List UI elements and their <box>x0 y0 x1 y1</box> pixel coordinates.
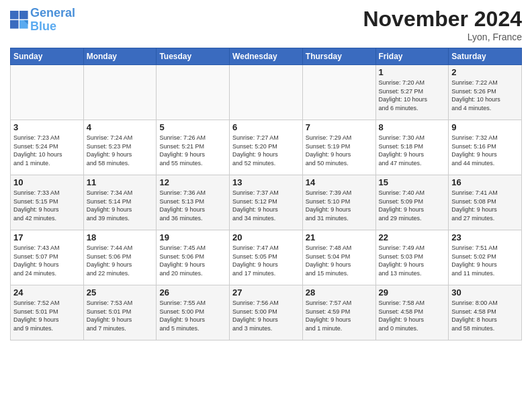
day-info: Sunrise: 7:22 AM Sunset: 5:26 PM Dayligh… <box>451 79 519 112</box>
day-number: 1 <box>379 67 446 77</box>
day-number: 25 <box>87 287 154 298</box>
calendar-cell: 24Sunrise: 7:52 AM Sunset: 5:01 PM Dayli… <box>11 285 84 340</box>
day-number: 29 <box>379 287 446 298</box>
calendar-cell: 15Sunrise: 7:40 AM Sunset: 5:09 PM Dayli… <box>375 175 449 230</box>
day-number: 18 <box>87 232 154 242</box>
calendar-cell: 20Sunrise: 7:47 AM Sunset: 5:05 PM Dayli… <box>230 230 303 285</box>
day-number: 6 <box>232 122 300 132</box>
day-number: 4 <box>87 122 154 132</box>
calendar-cell: 10Sunrise: 7:33 AM Sunset: 5:15 PM Dayli… <box>11 175 84 230</box>
day-number: 15 <box>379 177 446 187</box>
day-number: 19 <box>159 232 226 242</box>
calendar-cell: 4Sunrise: 7:24 AM Sunset: 5:23 PM Daylig… <box>83 120 157 175</box>
day-info: Sunrise: 7:37 AM Sunset: 5:12 PM Dayligh… <box>232 189 300 222</box>
day-info: Sunrise: 7:47 AM Sunset: 5:05 PM Dayligh… <box>232 244 300 277</box>
svg-rect-0 <box>10 11 19 19</box>
month-title: November 2024 <box>363 7 522 32</box>
day-info: Sunrise: 7:57 AM Sunset: 4:59 PM Dayligh… <box>306 299 373 332</box>
day-info: Sunrise: 7:20 AM Sunset: 5:27 PM Dayligh… <box>379 79 446 112</box>
logo: General Blue <box>10 7 75 34</box>
day-number: 27 <box>232 287 300 298</box>
calendar-cell: 11Sunrise: 7:34 AM Sunset: 5:14 PM Dayli… <box>83 175 157 230</box>
day-info: Sunrise: 7:29 AM Sunset: 5:19 PM Dayligh… <box>306 134 373 167</box>
logo-text: General Blue <box>30 7 75 34</box>
calendar-cell <box>302 65 375 120</box>
day-number: 11 <box>87 177 154 187</box>
day-number: 2 <box>451 67 519 77</box>
title-area: November 2024 Lyon, France <box>363 7 522 42</box>
calendar-cell: 18Sunrise: 7:44 AM Sunset: 5:06 PM Dayli… <box>83 230 157 285</box>
day-info: Sunrise: 7:39 AM Sunset: 5:10 PM Dayligh… <box>306 189 373 222</box>
day-info: Sunrise: 8:00 AM Sunset: 4:58 PM Dayligh… <box>451 299 519 332</box>
calendar-week-2: 10Sunrise: 7:33 AM Sunset: 5:15 PM Dayli… <box>11 175 522 230</box>
day-info: Sunrise: 7:32 AM Sunset: 5:16 PM Dayligh… <box>451 134 519 167</box>
calendar-week-3: 17Sunrise: 7:43 AM Sunset: 5:07 PM Dayli… <box>11 230 522 285</box>
day-number: 17 <box>13 232 81 242</box>
calendar-cell: 6Sunrise: 7:27 AM Sunset: 5:20 PM Daylig… <box>230 120 303 175</box>
calendar-cell <box>83 65 157 120</box>
day-info: Sunrise: 7:26 AM Sunset: 5:21 PM Dayligh… <box>159 134 226 167</box>
calendar-week-0: 1Sunrise: 7:20 AM Sunset: 5:27 PM Daylig… <box>11 65 522 120</box>
calendar-cell: 21Sunrise: 7:48 AM Sunset: 5:04 PM Dayli… <box>302 230 375 285</box>
col-tuesday: Tuesday <box>157 48 230 65</box>
day-info: Sunrise: 7:52 AM Sunset: 5:01 PM Dayligh… <box>13 299 81 332</box>
day-info: Sunrise: 7:56 AM Sunset: 5:00 PM Dayligh… <box>232 299 300 332</box>
day-info: Sunrise: 7:44 AM Sunset: 5:06 PM Dayligh… <box>87 244 154 277</box>
col-thursday: Thursday <box>302 48 375 65</box>
svg-rect-1 <box>19 11 28 19</box>
day-info: Sunrise: 7:41 AM Sunset: 5:08 PM Dayligh… <box>451 189 519 222</box>
day-info: Sunrise: 7:24 AM Sunset: 5:23 PM Dayligh… <box>87 134 154 167</box>
day-info: Sunrise: 7:27 AM Sunset: 5:20 PM Dayligh… <box>232 134 300 167</box>
day-info: Sunrise: 7:40 AM Sunset: 5:09 PM Dayligh… <box>379 189 446 222</box>
calendar-cell: 1Sunrise: 7:20 AM Sunset: 5:27 PM Daylig… <box>375 65 449 120</box>
day-number: 22 <box>379 232 446 242</box>
day-number: 14 <box>306 177 373 187</box>
calendar-cell: 5Sunrise: 7:26 AM Sunset: 5:21 PM Daylig… <box>157 120 230 175</box>
calendar: Sunday Monday Tuesday Wednesday Thursday… <box>10 48 522 340</box>
calendar-cell: 2Sunrise: 7:22 AM Sunset: 5:26 PM Daylig… <box>449 65 522 120</box>
calendar-cell: 17Sunrise: 7:43 AM Sunset: 5:07 PM Dayli… <box>11 230 84 285</box>
day-number: 8 <box>379 122 446 132</box>
day-info: Sunrise: 7:53 AM Sunset: 5:01 PM Dayligh… <box>87 299 154 332</box>
day-number: 12 <box>159 177 226 187</box>
day-info: Sunrise: 7:49 AM Sunset: 5:03 PM Dayligh… <box>379 244 446 277</box>
day-info: Sunrise: 7:51 AM Sunset: 5:02 PM Dayligh… <box>451 244 519 277</box>
day-number: 10 <box>13 177 81 187</box>
col-friday: Friday <box>375 48 449 65</box>
page-header: General Blue November 2024 Lyon, France <box>10 7 522 42</box>
calendar-header-row: Sunday Monday Tuesday Wednesday Thursday… <box>11 48 522 65</box>
calendar-cell: 27Sunrise: 7:56 AM Sunset: 5:00 PM Dayli… <box>230 285 303 340</box>
day-number: 5 <box>159 122 226 132</box>
calendar-cell: 7Sunrise: 7:29 AM Sunset: 5:19 PM Daylig… <box>302 120 375 175</box>
day-number: 20 <box>232 232 300 242</box>
day-info: Sunrise: 7:55 AM Sunset: 5:00 PM Dayligh… <box>159 299 226 332</box>
location: Lyon, France <box>363 32 522 42</box>
col-wednesday: Wednesday <box>230 48 303 65</box>
calendar-cell: 26Sunrise: 7:55 AM Sunset: 5:00 PM Dayli… <box>157 285 230 340</box>
calendar-cell: 9Sunrise: 7:32 AM Sunset: 5:16 PM Daylig… <box>449 120 522 175</box>
calendar-cell: 12Sunrise: 7:36 AM Sunset: 5:13 PM Dayli… <box>157 175 230 230</box>
calendar-cell <box>11 65 84 120</box>
calendar-cell <box>230 65 303 120</box>
calendar-cell: 22Sunrise: 7:49 AM Sunset: 5:03 PM Dayli… <box>375 230 449 285</box>
calendar-cell: 16Sunrise: 7:41 AM Sunset: 5:08 PM Dayli… <box>449 175 522 230</box>
day-number: 30 <box>451 287 519 298</box>
col-monday: Monday <box>83 48 157 65</box>
day-info: Sunrise: 7:43 AM Sunset: 5:07 PM Dayligh… <box>13 244 81 277</box>
svg-rect-2 <box>10 20 19 29</box>
day-info: Sunrise: 7:36 AM Sunset: 5:13 PM Dayligh… <box>159 189 226 222</box>
calendar-cell: 3Sunrise: 7:23 AM Sunset: 5:24 PM Daylig… <box>11 120 84 175</box>
calendar-cell: 25Sunrise: 7:53 AM Sunset: 5:01 PM Dayli… <box>83 285 157 340</box>
calendar-cell: 23Sunrise: 7:51 AM Sunset: 5:02 PM Dayli… <box>449 230 522 285</box>
calendar-week-1: 3Sunrise: 7:23 AM Sunset: 5:24 PM Daylig… <box>11 120 522 175</box>
calendar-cell <box>157 65 230 120</box>
day-number: 23 <box>451 232 519 242</box>
calendar-week-4: 24Sunrise: 7:52 AM Sunset: 5:01 PM Dayli… <box>11 285 522 340</box>
day-info: Sunrise: 7:30 AM Sunset: 5:18 PM Dayligh… <box>379 134 446 167</box>
day-info: Sunrise: 7:48 AM Sunset: 5:04 PM Dayligh… <box>306 244 373 277</box>
day-info: Sunrise: 7:34 AM Sunset: 5:14 PM Dayligh… <box>87 189 154 222</box>
day-number: 26 <box>159 287 226 298</box>
day-info: Sunrise: 7:58 AM Sunset: 4:58 PM Dayligh… <box>379 299 446 332</box>
day-number: 24 <box>13 287 81 298</box>
day-number: 21 <box>306 232 373 242</box>
